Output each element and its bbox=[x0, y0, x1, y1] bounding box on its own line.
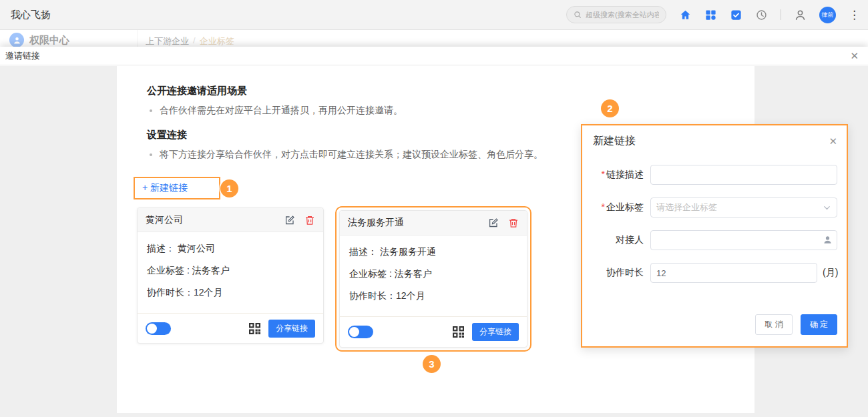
invite-link-drawer: 邀请链接 ✕ 公开连接邀请适用场景 合作伙伴需先在对应平台上开通搭贝，再用公开连… bbox=[0, 47, 868, 417]
delete-icon[interactable] bbox=[304, 215, 315, 226]
form-row-enterprise-tag: *企业标签 请选择企业标签 bbox=[582, 197, 837, 218]
contact-person-icon[interactable] bbox=[823, 235, 833, 245]
kebab-menu-icon[interactable]: ⋮ bbox=[849, 9, 860, 21]
dialog-header: 新建链接 ✕ bbox=[582, 125, 847, 152]
card-duration-line: 协作时长：12个月 bbox=[147, 287, 314, 299]
form-row-description: *链接描述 bbox=[582, 165, 837, 185]
link-enabled-toggle[interactable] bbox=[146, 322, 171, 335]
delete-icon[interactable] bbox=[508, 218, 519, 228]
breadcrumb-current: 企业标签 bbox=[200, 35, 234, 47]
bullet-item: 合作伙伴需先在对应平台上开通搭贝，再用公开连接邀请。 bbox=[160, 105, 403, 117]
field-label: 对接人 bbox=[582, 234, 644, 246]
module-label: 权限中心 bbox=[29, 34, 69, 47]
card-title: 黄河公司 bbox=[146, 214, 183, 226]
module-logo-icon bbox=[9, 33, 24, 47]
annotation-badge-3: 3 bbox=[423, 355, 441, 373]
search-input[interactable] bbox=[586, 11, 659, 19]
new-link-highlight-box: + 新建链接 bbox=[134, 177, 220, 199]
breadcrumb: 上下游企业 / 企业标签 bbox=[146, 35, 234, 47]
dialog-title: 新建链接 bbox=[593, 134, 636, 148]
form-row-contact: 对接人 bbox=[582, 230, 837, 250]
setup-bullets: 将下方连接分享给合作伙伴，对方点击即可建立连接关系；建议预设企业标签、角色后分享… bbox=[160, 149, 543, 161]
home-icon[interactable] bbox=[679, 9, 692, 21]
drawer-title: 邀请链接 bbox=[5, 50, 40, 62]
apps-grid-icon[interactable] bbox=[704, 9, 717, 21]
qr-code-icon[interactable] bbox=[453, 326, 464, 338]
cancel-button[interactable]: 取 消 bbox=[755, 314, 792, 335]
card-desc-line: 描述： 黄河公司 bbox=[147, 243, 314, 255]
enterprise-tag-select[interactable]: 请选择企业标签 bbox=[650, 197, 837, 218]
card-title: 法务服务开通 bbox=[348, 217, 404, 229]
search-icon bbox=[574, 10, 582, 19]
link-card-legal-service: 法务服务开通 描述： 法务服务开通 企业标签 : 法务客户 bbox=[339, 210, 527, 348]
card-body: 描述： 黄河公司 企业标签 : 法务客户 协作时长：12个月 bbox=[138, 232, 323, 313]
section-title-scenarios: 公开连接邀请适用场景 bbox=[147, 85, 247, 97]
drawer-close-icon[interactable]: ✕ bbox=[850, 51, 859, 61]
duration-input[interactable] bbox=[650, 263, 817, 283]
drawer-body: 公开连接邀请适用场景 合作伙伴需先在对应平台上开通搭贝，再用公开连接邀请。 设置… bbox=[0, 66, 868, 417]
edit-icon[interactable] bbox=[488, 218, 499, 228]
link-description-input[interactable] bbox=[650, 165, 837, 185]
scenario-bullets: 合作伙伴需先在对应平台上开通搭贝，再用公开连接邀请。 bbox=[160, 105, 403, 117]
bullet-item: 将下方连接分享给合作伙伴，对方点击即可建立连接关系；建议预设企业标签、角色后分享… bbox=[160, 149, 543, 161]
drawer-header: 邀请链接 ✕ bbox=[0, 47, 868, 65]
topbar-actions: 律前 ⋮ bbox=[566, 6, 868, 23]
annotation-badge-1: 1 bbox=[220, 179, 238, 197]
select-placeholder: 请选择企业标签 bbox=[656, 201, 823, 214]
contact-person-input[interactable] bbox=[650, 230, 837, 250]
form-row-duration: 协作时长 (月) bbox=[582, 263, 837, 283]
contact-input-wrap bbox=[650, 230, 837, 250]
new-link-button[interactable]: + 新建链接 bbox=[142, 182, 188, 194]
tasks-icon[interactable] bbox=[730, 9, 742, 21]
chevron-down-icon bbox=[823, 203, 831, 212]
new-link-dialog: 新建链接 ✕ *链接描述 *企业标签 请选择企业标签 bbox=[581, 124, 848, 348]
avatar[interactable]: 律前 bbox=[819, 7, 836, 23]
user-icon[interactable] bbox=[794, 9, 807, 21]
avatar-label: 律前 bbox=[822, 11, 834, 19]
card-tag-line: 企业标签 : 法务客户 bbox=[349, 268, 517, 280]
required-mark: * bbox=[602, 169, 605, 179]
app-title: 我心飞扬 bbox=[11, 9, 51, 21]
link-enabled-toggle[interactable] bbox=[348, 326, 373, 338]
global-search[interactable] bbox=[566, 6, 666, 23]
field-label: *企业标签 bbox=[582, 201, 644, 214]
confirm-button[interactable]: 确 定 bbox=[801, 314, 837, 335]
field-label: *链接描述 bbox=[582, 169, 644, 181]
history-icon[interactable] bbox=[755, 9, 768, 21]
annotation-badge-2: 2 bbox=[601, 99, 619, 117]
field-label: 协作时长 bbox=[582, 267, 644, 279]
card-duration-line: 协作时长：12个月 bbox=[349, 290, 517, 302]
qr-code-icon[interactable] bbox=[249, 323, 260, 334]
toggle-knob bbox=[349, 327, 359, 337]
link-card-huanghe: 黄河公司 描述： 黄河公司 企业标签 : 法务客户 bbox=[137, 207, 324, 344]
section-title-setup: 设置连接 bbox=[147, 129, 187, 141]
card-body: 描述： 法务服务开通 企业标签 : 法务客户 协作时长：12个月 bbox=[340, 236, 527, 316]
share-link-button[interactable]: 分享链接 bbox=[268, 320, 315, 338]
share-link-button[interactable]: 分享链接 bbox=[472, 323, 519, 341]
module-header: 权限中心 bbox=[9, 33, 69, 47]
toggle-knob bbox=[147, 324, 157, 334]
breadcrumb-parent[interactable]: 上下游企业 bbox=[146, 35, 189, 47]
dialog-close-icon[interactable]: ✕ bbox=[829, 136, 837, 146]
required-mark: * bbox=[602, 201, 605, 212]
edit-icon[interactable] bbox=[284, 215, 295, 226]
card-footer: 分享链接 bbox=[340, 316, 527, 347]
card-footer: 分享链接 bbox=[138, 313, 323, 343]
topbar-divider bbox=[781, 9, 781, 20]
dialog-footer: 取 消 确 定 bbox=[582, 314, 847, 346]
topbar: 我心飞扬 bbox=[0, 0, 868, 30]
card-header: 法务服务开通 bbox=[340, 211, 527, 236]
card-header: 黄河公司 bbox=[138, 208, 323, 232]
duration-unit: (月) bbox=[823, 267, 838, 279]
breadcrumb-separator: / bbox=[193, 35, 196, 47]
card-tag-line: 企业标签 : 法务客户 bbox=[147, 265, 314, 277]
card-desc-line: 描述： 法务服务开通 bbox=[349, 246, 517, 258]
